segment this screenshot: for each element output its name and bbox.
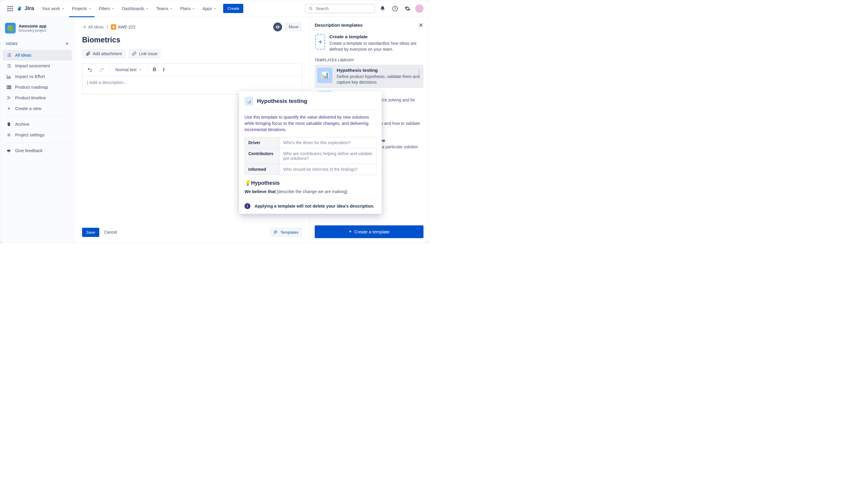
nav-teams[interactable]: Teams [153,4,176,13]
move-button[interactable]: Move [285,22,302,31]
chart-icon: 📊 [317,67,333,83]
template-preview-popover: 📊 Hypothesis testing Use this template t… [239,91,382,214]
text-style-dropdown[interactable]: Normal text [114,66,143,73]
preview-roles-table: DriverWho's the driver for this explorat… [245,137,376,175]
undo-button[interactable] [86,66,94,74]
plus-icon: + [6,106,11,111]
views-heading: VIEWS + [3,38,72,50]
description-editor: Normal text B I | Add a description... [82,63,302,94]
sidebar-item-impact-vs-effort[interactable]: Impact vs Effort [3,71,72,82]
product-name: Jira [25,5,34,11]
jira-logo[interactable]: Jira [16,5,34,12]
link-issue-button[interactable]: Link issue [128,49,161,58]
add-attachment-button[interactable]: Add attachment [82,49,125,58]
sidebar-project-settings[interactable]: Project settings [3,130,72,140]
notifications-icon[interactable] [378,4,387,13]
nav-apps[interactable]: Apps [199,4,220,13]
page-title[interactable]: Biometrics [74,34,310,49]
add-view-icon[interactable]: + [65,40,69,47]
watch-icon[interactable] [273,23,282,31]
main-content: All ideas / ◆AWE-222 Move Biometrics Add… [74,17,310,243]
create-template-button[interactable]: +Create a template [315,225,424,238]
table-header-cell: Driver [245,137,280,148]
hypothesis-text: We believe that [describe the change we … [245,189,376,194]
svg-text:?: ? [394,6,396,10]
chevron-down-icon [88,7,92,10]
bold-button[interactable]: B [152,66,158,74]
attachment-icon [86,51,90,56]
info-icon: i [245,203,250,209]
help-icon[interactable]: ? [390,4,400,13]
svg-line-1 [311,9,312,10]
top-navigation: Jira Your work Projects Filters Dashboar… [0,0,428,17]
link-icon [132,51,136,56]
table-cell: Who should be informed of the findings? [280,164,376,175]
table-cell: Who's the driver for this exploration? [280,137,376,148]
sidebar-item-create-view[interactable]: +Create a view [3,103,72,114]
project-header[interactable]: 🟢 Awesome app Discovery project [3,21,72,38]
sidebar: 🟢 Awesome app Discovery project VIEWS + … [0,17,74,243]
project-subtitle: Discovery project [19,28,46,33]
preview-intro: Use this template to quantify the value … [245,114,376,133]
close-icon[interactable]: ✕ [418,22,424,29]
search-icon [309,6,313,11]
timeline-icon [6,95,11,100]
template-hypothesis-testing[interactable]: 📊 Hypothesis testingDefine product hypot… [315,65,424,88]
app-switcher-icon[interactable] [5,4,15,13]
sidebar-item-all-ideas[interactable]: All ideas [3,50,72,60]
sidebar-archive[interactable]: Archive [3,119,72,130]
nav-filters[interactable]: Filters [96,4,118,13]
chevron-down-icon [146,7,149,10]
preview-info-note: i Applying a template will not delete yo… [239,198,382,214]
hypothesis-heading: 💡Hypothesis [245,180,376,186]
gear-icon [6,132,11,138]
create-template-title: Create a template [329,34,423,39]
svg-point-0 [309,7,312,9]
create-template-card[interactable]: + Create a template Create a template to… [315,33,424,57]
table-header-cell: Contributors [245,148,280,164]
templates-icon [273,230,278,235]
list-icon [82,25,86,29]
search-placeholder: Search [316,6,329,11]
cancel-button[interactable]: Cancel [104,230,117,235]
editor-toolbar: Normal text B I [82,63,302,76]
svg-rect-4 [7,86,8,89]
chevron-down-icon [138,68,142,71]
megaphone-icon [6,148,11,153]
project-name: Awesome app [19,24,46,28]
table-cell: Who are contributors helping define and … [280,148,376,164]
nav-your-work[interactable]: Your work [39,4,68,13]
chevron-down-icon [192,7,195,10]
chevron-down-icon [213,7,217,10]
chart-icon [6,74,11,79]
idea-type-icon: ◆ [111,24,116,30]
board-icon [6,85,11,90]
sidebar-give-feedback[interactable]: Give feedback [3,145,72,156]
breadcrumb: All ideas / ◆AWE-222 Move [74,17,310,34]
breadcrumb-root[interactable]: All ideas [82,25,104,29]
sidebar-item-product-timeline[interactable]: Product timeline [3,92,72,103]
nav-projects[interactable]: Projects [69,4,95,13]
breadcrumb-issue-key[interactable]: ◆AWE-222 [111,24,135,30]
list-icon [6,53,11,58]
sidebar-item-impact-assessment[interactable]: Impact assesment [3,60,72,71]
italic-button[interactable]: I [161,66,166,74]
redo-button[interactable] [98,66,105,74]
create-template-desc: Create a template to standardize how ide… [329,40,423,52]
settings-icon[interactable] [403,4,412,13]
library-heading: TEMPLATES LIBRARY [315,58,424,62]
project-icon: 🟢 [5,23,16,33]
trash-icon [6,122,11,127]
list-icon [6,63,11,68]
create-button[interactable]: Create [223,4,243,13]
nav-plans[interactable]: Plans [177,4,198,13]
preview-title: Hypothesis testing [257,98,307,105]
user-avatar[interactable] [415,4,424,13]
plus-icon: + [315,34,325,50]
more-actions-icon[interactable]: ⋮ [417,69,422,75]
sidebar-item-product-roadmap[interactable]: Product roadmap [3,82,72,92]
save-button[interactable]: Save [82,228,99,237]
templates-button[interactable]: Templates [270,227,302,237]
search-input[interactable]: Search [305,4,375,13]
nav-dashboards[interactable]: Dashboards [119,4,152,13]
